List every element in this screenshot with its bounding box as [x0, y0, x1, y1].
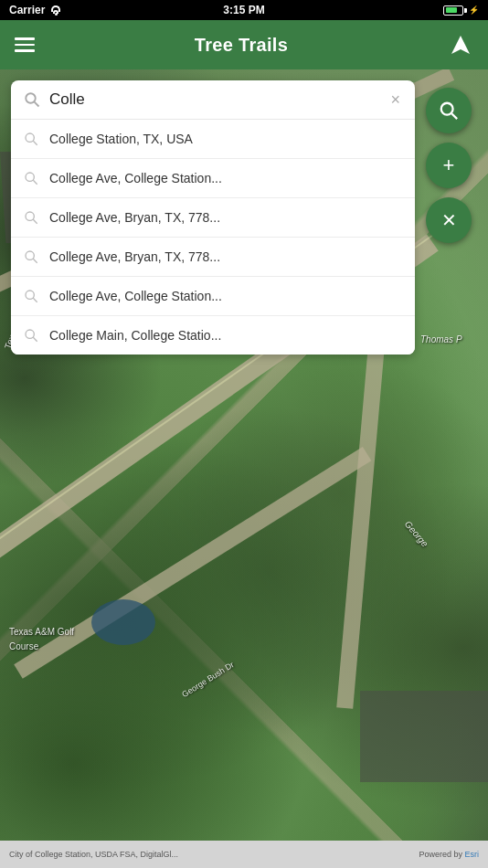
bottom-attribution-bar: City of College Station, USDA FSA, Digit… — [0, 841, 488, 868]
search-input[interactable] — [49, 90, 379, 109]
search-overlay: × College Station, TX, USA Colleg — [11, 80, 415, 355]
svg-line-4 — [35, 102, 39, 107]
app-title: Tree Trails — [195, 35, 288, 56]
arrow-icon — [450, 34, 472, 56]
navigate-button[interactable] — [448, 32, 473, 58]
svg-line-14 — [33, 298, 37, 302]
result-text: College Ave, College Station... — [49, 289, 402, 303]
svg-point-9 — [26, 212, 34, 220]
svg-point-13 — [26, 291, 34, 299]
search-results-list: College Station, TX, USA College Ave, Co… — [11, 120, 415, 355]
result-search-icon — [24, 132, 38, 146]
search-result-item[interactable]: College Main, College Statio... — [11, 316, 415, 355]
svg-marker-0 — [451, 36, 470, 54]
search-result-item[interactable]: College Ave, Bryan, TX, 778... — [11, 238, 415, 277]
result-search-icon — [24, 210, 38, 225]
buildings-right — [360, 691, 488, 782]
svg-point-11 — [26, 251, 34, 259]
attribution-text-left: City of College Station, USDA FSA, Digit… — [9, 850, 178, 859]
svg-line-16 — [33, 337, 37, 341]
wifi-icon — [51, 5, 60, 16]
esri-link[interactable]: Esri — [465, 850, 480, 859]
result-text: College Ave, Bryan, TX, 778... — [49, 249, 402, 264]
result-search-icon — [24, 171, 38, 185]
water-feature — [91, 599, 155, 645]
search-box: × College Station, TX, USA Colleg — [11, 80, 415, 355]
svg-line-6 — [33, 141, 37, 144]
status-right: ⚡ — [443, 5, 479, 16]
svg-point-7 — [26, 173, 34, 181]
result-text: College Ave, Bryan, TX, 778... — [49, 210, 402, 225]
svg-point-3 — [26, 93, 36, 103]
carrier-text: Carrier — [9, 4, 45, 16]
battery-bolt-icon: ⚡ — [469, 5, 479, 15]
svg-line-12 — [33, 259, 37, 262]
svg-line-8 — [33, 180, 37, 184]
search-input-row: × — [11, 80, 415, 120]
search-input-icon — [24, 91, 40, 108]
search-result-item[interactable]: College Station, TX, USA — [11, 120, 415, 159]
result-search-icon — [24, 328, 38, 343]
plus-icon: + — [443, 155, 455, 175]
result-search-icon — [24, 249, 38, 264]
result-search-icon — [24, 289, 38, 303]
svg-point-5 — [26, 133, 34, 142]
svg-line-2 — [451, 113, 457, 119]
add-fab-button[interactable]: + — [426, 143, 472, 188]
navbar: Tree Trails — [0, 20, 488, 69]
result-text: College Station, TX, USA — [49, 132, 402, 146]
search-icon — [439, 101, 459, 121]
menu-button[interactable] — [15, 37, 35, 52]
search-fab-button[interactable] — [426, 88, 472, 133]
search-result-item[interactable]: College Ave, Bryan, TX, 778... — [11, 198, 415, 238]
map-view[interactable]: Thomas P George Texas A&M Golf Course Li… — [0, 69, 488, 841]
result-text: College Ave, College Station... — [49, 171, 402, 185]
status-time: 3:15 PM — [223, 4, 264, 16]
search-result-item[interactable]: College Ave, College Station... — [11, 277, 415, 316]
close-fab-button[interactable]: ✕ — [426, 197, 472, 243]
svg-line-10 — [33, 219, 37, 223]
result-text: College Main, College Statio... — [49, 328, 402, 343]
search-clear-button[interactable]: × — [388, 90, 402, 110]
close-icon: ✕ — [441, 211, 457, 229]
svg-point-1 — [441, 103, 453, 115]
attribution-text-right: Powered by Esri — [419, 850, 479, 859]
battery-icon: ⚡ — [443, 5, 479, 16]
status-left: Carrier — [9, 4, 60, 16]
search-result-item[interactable]: College Ave, College Station... — [11, 159, 415, 198]
svg-point-15 — [26, 330, 34, 338]
status-bar: Carrier 3:15 PM ⚡ — [0, 0, 488, 20]
